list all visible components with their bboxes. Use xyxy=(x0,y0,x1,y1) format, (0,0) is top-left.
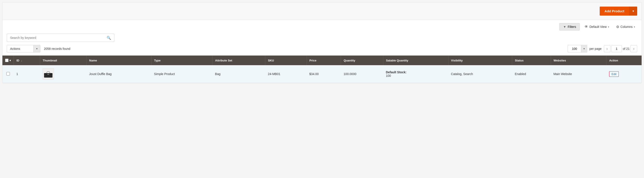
per-page-dropdown-button[interactable]: ▾ xyxy=(581,45,587,52)
checkbox-chevron-icon: ▾ xyxy=(10,59,11,62)
th-sku: SKU xyxy=(265,56,307,65)
th-name: Name xyxy=(86,56,152,65)
toolbar-top: ▼ Filters 👁 Default View ▾ ⚙ Columns ▾ xyxy=(7,23,637,30)
th-action-label: Action xyxy=(609,59,618,62)
th-quantity: Quantity xyxy=(341,56,383,65)
search-icon: 🔍 xyxy=(107,36,111,40)
default-view-button[interactable]: 👁 Default View ▾ xyxy=(582,24,611,30)
th-visibility: Visibility xyxy=(448,56,512,65)
table-header-row: ▾ ID ↓ Thumbnail Name Type Attribute Se xyxy=(2,56,642,65)
th-attribute-set-label: Attribute Set xyxy=(215,59,232,62)
th-id[interactable]: ID ↓ xyxy=(14,56,40,65)
columns-label: Columns xyxy=(620,25,632,28)
th-thumbnail-label: Thumbnail xyxy=(43,59,57,62)
product-status: Enabled xyxy=(515,72,526,76)
actions-left: Actions ▾ 2058 records found xyxy=(7,45,70,52)
actions-dropdown-button[interactable]: ▾ xyxy=(33,45,40,52)
product-id: 1 xyxy=(16,72,18,76)
td-visibility: Catalog, Search xyxy=(448,65,512,83)
per-page-input[interactable]: 100 xyxy=(568,45,581,52)
eye-icon: 👁 xyxy=(584,25,588,29)
td-websites: Main Website xyxy=(551,65,606,83)
th-type-label: Type xyxy=(154,59,160,62)
edit-link[interactable]: Edit xyxy=(609,71,619,77)
sort-desc-icon: ↓ xyxy=(21,59,22,62)
product-quantity: 100.0000 xyxy=(344,72,356,76)
next-page-button[interactable]: › xyxy=(630,45,637,52)
product-type: Simple Product xyxy=(154,72,175,76)
table-header: ▾ ID ↓ Thumbnail Name Type Attribute Se xyxy=(2,56,642,65)
add-product-btn-group: Add Product ▼ xyxy=(600,6,637,16)
filters-label: Filters xyxy=(568,25,576,28)
th-quantity-label: Quantity xyxy=(344,59,355,62)
product-thumbnail xyxy=(42,68,54,80)
th-visibility-label: Visibility xyxy=(451,59,463,62)
per-page-wrapper: 100 ▾ xyxy=(568,45,587,52)
product-name: Joust Duffle Bag xyxy=(89,72,112,76)
td-salable-quantity: Default Stock: 100 xyxy=(383,65,448,83)
td-sku: 24-MB01 xyxy=(265,65,307,83)
table-body: 1 Joust Duffle Bag xyxy=(2,65,642,83)
select-all-checkbox[interactable] xyxy=(5,58,8,62)
th-status: Status xyxy=(512,56,551,65)
top-bar: Add Product ▼ xyxy=(2,2,642,20)
th-price-label: Price xyxy=(310,59,316,62)
actions-select-wrapper: Actions ▾ xyxy=(7,45,40,52)
td-id: 1 xyxy=(14,65,40,83)
salable-quantity-value: 100 xyxy=(386,74,391,78)
view-chevron-icon: ▾ xyxy=(608,26,609,28)
columns-button[interactable]: ⚙ Columns ▾ xyxy=(614,24,637,30)
pagination-right: 100 ▾ per page ‹ 1 of 21 › xyxy=(568,45,637,52)
actions-row: Actions ▾ 2058 records found 100 ▾ per p… xyxy=(7,45,637,56)
salable-quantity-label: Default Stock: xyxy=(386,70,406,74)
search-button[interactable]: 🔍 xyxy=(104,34,114,42)
th-attribute-set: Attribute Set xyxy=(212,56,265,65)
td-action: Edit xyxy=(606,65,642,83)
product-sku: 24-MB01 xyxy=(268,72,280,76)
th-websites-label: Websites xyxy=(554,59,566,62)
table-row: 1 Joust Duffle Bag xyxy=(2,65,642,83)
th-name-label: Name xyxy=(89,59,97,62)
td-checkbox xyxy=(2,65,14,83)
page-nav: ‹ 1 of 21 › xyxy=(604,45,637,52)
td-status: Enabled xyxy=(512,65,551,83)
filters-button[interactable]: ▼ Filters xyxy=(559,23,580,30)
prev-page-button[interactable]: ‹ xyxy=(604,45,611,52)
default-view-label: Default View xyxy=(589,25,606,28)
total-pages: of 21 xyxy=(623,47,630,50)
th-type: Type xyxy=(152,56,212,65)
product-attribute-set: Bag xyxy=(215,72,220,76)
columns-chevron-icon: ▾ xyxy=(634,26,635,28)
th-salable-quantity-label: Salable Quantity xyxy=(386,59,408,62)
td-name: Joust Duffle Bag xyxy=(86,65,152,83)
add-product-dropdown-button[interactable]: ▼ xyxy=(629,6,637,16)
bag-image xyxy=(43,70,53,78)
th-sku-label: SKU xyxy=(268,59,274,62)
records-count: 2058 records found xyxy=(44,47,70,50)
td-price: $34.00 xyxy=(307,65,341,83)
th-status-label: Status xyxy=(515,59,524,62)
product-websites: Main Website xyxy=(554,72,572,76)
td-quantity: 100.0000 xyxy=(341,65,383,83)
th-checkbox: ▾ xyxy=(2,56,14,65)
data-table: ▾ ID ↓ Thumbnail Name Type Attribute Se xyxy=(2,56,642,83)
search-bar: 🔍 xyxy=(7,34,114,42)
th-id-label: ID xyxy=(16,59,19,62)
page-number-input[interactable]: 1 xyxy=(611,45,622,52)
gear-icon: ⚙ xyxy=(616,25,619,29)
th-price: Price xyxy=(307,56,341,65)
th-action: Action xyxy=(606,56,642,65)
th-websites: Websites xyxy=(551,56,606,65)
th-salable-quantity: Salable Quantity xyxy=(383,56,448,65)
per-page-label: per page xyxy=(589,47,602,50)
product-visibility: Catalog, Search xyxy=(451,72,473,76)
row-checkbox[interactable] xyxy=(6,72,10,76)
th-thumbnail: Thumbnail xyxy=(40,56,86,65)
page-wrapper: Add Product ▼ ▼ Filters 👁 Default View ▾… xyxy=(2,2,642,83)
actions-select[interactable]: Actions xyxy=(7,45,33,52)
toolbar: ▼ Filters 👁 Default View ▾ ⚙ Columns ▾ 🔍 xyxy=(2,20,642,56)
td-attribute-set: Bag xyxy=(212,65,265,83)
add-product-button[interactable]: Add Product xyxy=(600,6,629,16)
td-thumbnail xyxy=(40,65,86,83)
search-input[interactable] xyxy=(7,34,104,42)
